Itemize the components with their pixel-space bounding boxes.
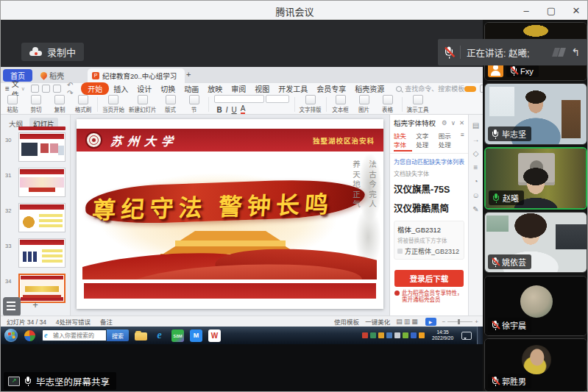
- tab-missing-fonts[interactable]: 缺失字体: [394, 131, 412, 152]
- reply-arrow-icon[interactable]: ↰: [571, 47, 580, 57]
- menu-tab-devtools[interactable]: 开发工具: [274, 83, 312, 94]
- text-layout-button[interactable]: 文字排版: [297, 95, 324, 113]
- zoom-slider[interactable]: − +: [442, 318, 478, 325]
- close-button[interactable]: ✕: [564, 1, 588, 20]
- quick-access-toolbar[interactable]: [31, 85, 61, 93]
- font-name-select[interactable]: [214, 95, 264, 103]
- pane-tool-icon[interactable]: ◇: [473, 150, 479, 157]
- current-slide[interactable]: 苏州大学 独墅湖校区治安科 养天地正气 法古今完人 尊纪守法 警钟长鸣: [77, 119, 383, 309]
- presentation-tools-button[interactable]: 演示工具: [405, 95, 431, 113]
- play-from-current-button[interactable]: 当页开始: [100, 95, 127, 113]
- search-input[interactable]: [42, 329, 107, 341]
- cloud-sync-badge[interactable]: [464, 86, 476, 92]
- search-button[interactable]: 搜索: [107, 329, 129, 341]
- new-tab-button[interactable]: +: [186, 70, 191, 79]
- notification-bubble-icon[interactable]: [461, 332, 472, 340]
- italic-button[interactable]: I: [226, 106, 228, 114]
- tray-icon[interactable]: [386, 332, 392, 338]
- internet-explorer-icon[interactable]: e: [153, 329, 166, 342]
- layout-button[interactable]: 版式: [159, 95, 183, 113]
- mic-muted-icon[interactable]: [444, 46, 454, 58]
- pane-menu-icon[interactable]: ≡: [461, 131, 464, 152]
- menu-tab-home[interactable]: 开始: [81, 82, 109, 95]
- minimize-button[interactable]: –: [514, 1, 539, 20]
- picture-button[interactable]: 图片: [353, 95, 376, 113]
- tray-icon[interactable]: [362, 332, 368, 338]
- auto-match-link[interactable]: 为您自动匹配缺失字体列表: [390, 154, 468, 167]
- chevron-down-icon[interactable]: ∨: [451, 119, 456, 126]
- beautify-button[interactable]: 一键美化: [365, 317, 390, 326]
- login-download-button[interactable]: 登录后下载: [394, 270, 464, 287]
- copy-button[interactable]: 复制: [48, 95, 71, 113]
- tray-icon[interactable]: [411, 332, 417, 338]
- format-painter-button[interactable]: 格式刷: [71, 95, 95, 113]
- pane-tool-icon[interactable]: ◔: [473, 178, 478, 185]
- pane-tool-icon[interactable]: ✎: [472, 206, 478, 213]
- wps-app-icon[interactable]: W: [208, 329, 221, 342]
- wps-docer-tab[interactable]: 稻壳: [36, 69, 68, 82]
- font-color-button[interactable]: A: [241, 104, 246, 114]
- font-size-select[interactable]: [266, 95, 289, 103]
- command-search[interactable]: 查找命令、搜索模板: [396, 84, 464, 93]
- participant-tile-xuyuchen[interactable]: 徐宇晨: [484, 276, 587, 336]
- save-icon[interactable]: [31, 85, 39, 93]
- menu-tab-view[interactable]: 视图: [250, 83, 274, 94]
- cut-button[interactable]: 剪切: [24, 95, 48, 113]
- layout-switch-icon[interactable]: [553, 48, 565, 57]
- table-button[interactable]: 表格: [376, 95, 400, 113]
- use-template-button[interactable]: 使用模板: [334, 317, 359, 326]
- tray-icon[interactable]: [378, 332, 384, 338]
- pane-close-icon[interactable]: ✕: [459, 119, 464, 126]
- paste-button[interactable]: 粘贴: [1, 95, 24, 113]
- tray-icon[interactable]: [394, 332, 400, 338]
- export-icon[interactable]: [53, 85, 61, 93]
- new-slide-button[interactable]: 新建幻灯片: [127, 95, 159, 113]
- participant-tile-yaoyiyun[interactable]: 姚依芸: [484, 212, 587, 273]
- menu-tab-slideshow[interactable]: 放映: [203, 83, 227, 94]
- zoom-slider-track[interactable]: [447, 321, 472, 322]
- green-app-icon[interactable]: saм: [171, 329, 184, 342]
- bold-button[interactable]: B: [217, 106, 222, 114]
- wps-document-tab[interactable]: P 纪律教育20..中心组学习: [88, 68, 185, 83]
- maximize-button[interactable]: ▢: [539, 1, 564, 20]
- tencent-meeting-app-icon[interactable]: M: [190, 329, 202, 342]
- print-icon[interactable]: [42, 85, 50, 93]
- menu-tab-design[interactable]: 设计: [132, 83, 156, 94]
- antivirus-app-icon[interactable]: [24, 330, 35, 341]
- menu-tab-docer-resource[interactable]: 稻壳资源: [350, 83, 389, 94]
- slide-thumbnail-33[interactable]: [18, 238, 65, 268]
- slideshow-play-button[interactable]: ▶: [425, 318, 436, 326]
- participant-tile-bizhijian[interactable]: 毕志坚: [484, 83, 587, 145]
- participant-tile-guoshengnan[interactable]: 郭胜男: [484, 338, 587, 392]
- slide-thumbnail-34-selected[interactable]: [18, 274, 65, 303]
- section-button[interactable]: 节: [183, 95, 206, 113]
- zoom-out-icon[interactable]: −: [442, 318, 446, 325]
- participant-tile-zhaoxi-speaking[interactable]: 赵曦: [484, 147, 587, 210]
- underline-button[interactable]: U: [232, 106, 237, 114]
- zoom-in-icon[interactable]: +: [475, 318, 478, 325]
- partial-slide-thumbnail[interactable]: [18, 126, 65, 130]
- taskbar-clock[interactable]: 14:35 2022/9/20: [432, 329, 453, 342]
- pane-tool-icon[interactable]: ▤: [472, 122, 479, 129]
- tray-icon[interactable]: [403, 332, 408, 338]
- spellcheck-status[interactable]: 4处拼写错误: [56, 317, 91, 326]
- explorer-icon[interactable]: [135, 329, 147, 342]
- show-desktop-button[interactable]: [477, 327, 483, 344]
- menu-tab-insert[interactable]: 插入: [109, 83, 132, 94]
- menu-tab-animation[interactable]: 动画: [180, 83, 203, 94]
- tray-icon[interactable]: [419, 332, 425, 338]
- panel-quick-menu-button[interactable]: [3, 297, 21, 316]
- recording-badge[interactable]: 录制中: [21, 43, 84, 61]
- slide-thumbnail-32[interactable]: [18, 203, 65, 232]
- tray-icon[interactable]: [370, 332, 376, 338]
- tab-text-processing[interactable]: 文字处理: [416, 131, 434, 152]
- menu-tab-review[interactable]: 审阅: [227, 83, 250, 94]
- start-button[interactable]: [4, 329, 18, 342]
- slide-thumbnail-30[interactable]: [18, 132, 65, 162]
- pane-tool-icon[interactable]: →: [472, 136, 480, 143]
- textbox-button[interactable]: 文本框: [329, 95, 353, 113]
- slide-thumbnail-31[interactable]: [18, 168, 65, 197]
- notes-toggle[interactable]: 备注: [100, 317, 113, 326]
- pane-tool-icon[interactable]: ☺: [472, 192, 479, 199]
- gear-icon[interactable]: ⚙: [442, 119, 447, 126]
